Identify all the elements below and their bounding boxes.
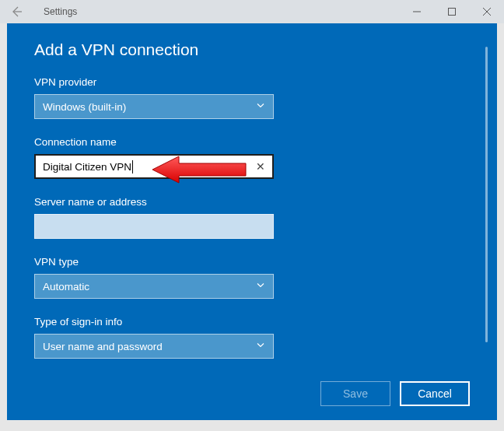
- select-vpn-type[interactable]: Automatic: [34, 274, 274, 299]
- window-title: Settings: [44, 6, 77, 17]
- input-server[interactable]: [34, 214, 274, 239]
- svg-rect-1: [448, 9, 455, 16]
- input-value: Digital Citizen VPN: [43, 161, 131, 173]
- close-button[interactable]: [469, 0, 504, 23]
- chevron-down-icon: [256, 341, 265, 352]
- label-server: Server name or address: [34, 196, 470, 208]
- select-signin[interactable]: User name and password: [34, 334, 274, 359]
- chevron-down-icon: [256, 281, 265, 293]
- dialog-footer: Save Cancel: [320, 381, 470, 406]
- back-button[interactable]: [5, 0, 28, 23]
- label-vpn-provider: VPN provider: [34, 76, 470, 88]
- maximize-button[interactable]: [434, 0, 469, 23]
- titlebar: Settings: [0, 0, 504, 23]
- label-connection-name: Connection name: [34, 136, 470, 148]
- label-signin: Type of sign-in info: [34, 316, 470, 328]
- cancel-button[interactable]: Cancel: [400, 381, 470, 406]
- select-vpn-provider[interactable]: Windows (built-in): [34, 94, 274, 119]
- vpn-dialog: Add a VPN connection VPN provider Window…: [7, 23, 497, 420]
- window-controls: [399, 0, 504, 23]
- minimize-button[interactable]: [399, 0, 434, 23]
- clear-icon[interactable]: ✕: [256, 160, 265, 173]
- select-value: Windows (built-in): [43, 101, 126, 113]
- select-value: Automatic: [43, 281, 89, 293]
- label-vpn-type: VPN type: [34, 256, 470, 268]
- text-cursor: [132, 160, 133, 173]
- input-connection-name[interactable]: Digital Citizen VPN ✕: [34, 154, 274, 179]
- dialog-title: Add a VPN connection: [34, 40, 470, 59]
- save-button[interactable]: Save: [320, 381, 390, 406]
- chevron-down-icon: [256, 101, 265, 113]
- select-value: User name and password: [43, 341, 163, 352]
- scrollbar[interactable]: [485, 47, 488, 342]
